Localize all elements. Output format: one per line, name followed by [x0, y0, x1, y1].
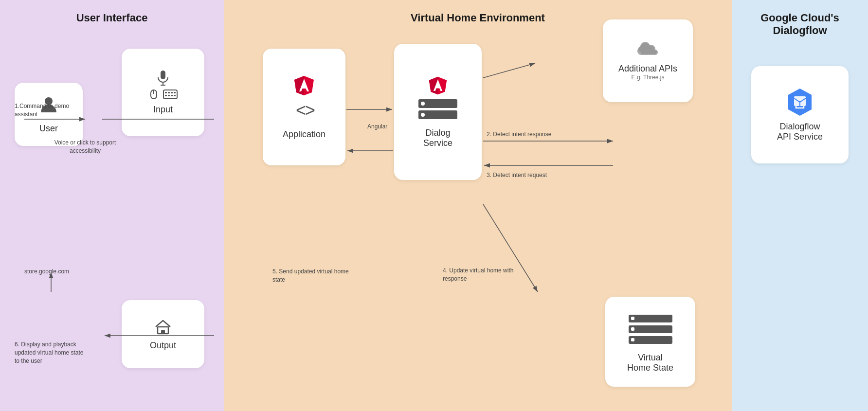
server-icon: [418, 99, 457, 119]
input-icons-row: [148, 89, 178, 100]
server-bar-1: [418, 99, 457, 108]
angle-brackets: < >: [296, 100, 312, 121]
annotation-step4: 4. Update virtual home with response: [443, 267, 521, 283]
keyboard-icon: [163, 89, 178, 99]
virtual-home-state-label: Virtual Home State: [627, 353, 673, 373]
virtual-home-section: Virtual Home Environment < > Application…: [224, 0, 732, 411]
svg-rect-7: [165, 92, 167, 93]
user-interface-title: User Interface: [10, 12, 214, 24]
server-bar-2: [418, 110, 457, 119]
dialogflow-card-label: Dialogflow API Service: [777, 122, 823, 142]
dialogflow-section: Google Cloud's Dialogflow Dialogflow API…: [732, 0, 868, 411]
dialog-service-card-label: Dialog Service: [423, 128, 452, 148]
user-interface-section: User Interface User: [0, 0, 224, 411]
additional-apis-label: Additional APIs: [618, 64, 677, 74]
output-card: Output: [122, 300, 204, 368]
input-card: Input: [122, 49, 204, 136]
state-bar-1: [629, 315, 672, 322]
svg-rect-12: [168, 95, 170, 96]
dialogflow-logo: [785, 88, 814, 117]
state-bar-2: [629, 325, 672, 333]
additional-apis-sublabel: E.g. Three.js: [632, 74, 665, 81]
annotation-store: store.google.com: [24, 268, 69, 276]
user-card-label: User: [39, 124, 58, 134]
svg-rect-11: [165, 95, 167, 96]
annotation-display: 6. Display and playback updated virtual …: [15, 340, 88, 365]
annotation-voice: Voice or click to support accessibility: [51, 139, 119, 155]
state-bar-3: [629, 336, 672, 344]
dialog-service-card: Dialog Service: [394, 44, 482, 180]
svg-line-40: [483, 63, 535, 78]
annotation-step5: 5. Send updated virtual home state: [272, 268, 360, 284]
input-card-label: Input: [153, 105, 173, 115]
output-card-label: Output: [150, 340, 176, 351]
angular-logo-dialog: [428, 76, 448, 95]
svg-rect-9: [171, 92, 173, 93]
additional-apis-card: Additional APIs E.g. Three.js: [603, 19, 693, 102]
input-icons: [148, 71, 178, 100]
annotation-angular: Angular: [367, 123, 387, 131]
svg-rect-13: [171, 95, 173, 96]
annotation-step2: 2. Detect intent response: [487, 130, 551, 139]
svg-rect-6: [163, 90, 177, 99]
svg-rect-10: [174, 92, 176, 93]
virtual-home-state-card: Virtual Home State: [605, 297, 695, 387]
annotation-step3: 3. Detect intent request: [487, 171, 547, 179]
svg-rect-14: [174, 95, 176, 96]
cloud-icon: [636, 41, 660, 59]
ui-content: User: [10, 34, 214, 393]
mic-icon: [156, 71, 170, 86]
svg-rect-16: [161, 330, 165, 334]
angular-logo-app: [293, 75, 315, 96]
dialogflow-title: Google Cloud's Dialogflow: [741, 12, 858, 37]
state-bars: [629, 315, 672, 344]
dialogflow-card: Dialogflow API Service: [751, 66, 849, 163]
mouse-icon: [148, 89, 159, 100]
svg-rect-8: [168, 92, 170, 93]
annotation-command: 1.Command to demo assistant: [15, 102, 78, 119]
application-card: < > Application: [263, 49, 345, 165]
application-card-label: Application: [283, 129, 326, 140]
svg-rect-1: [161, 71, 165, 79]
home-icon: [154, 318, 172, 336]
